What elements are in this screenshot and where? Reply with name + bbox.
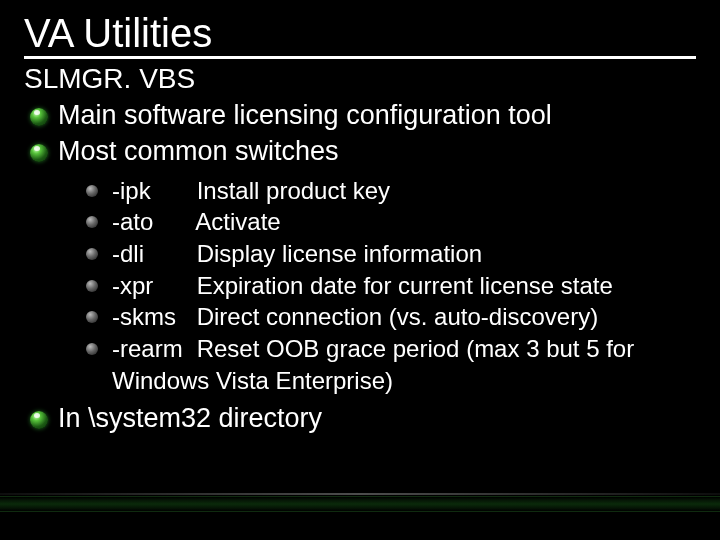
switch-desc: Reset OOB grace period (max 3 but 5 for … [112,335,634,394]
switch-flag: -ato [112,206,190,238]
switch-flag: -rearm [112,333,190,365]
switch-flag: -dli [112,238,190,270]
switch-flag: -xpr [112,270,190,302]
bullet-orb-icon [30,144,48,162]
switch-desc: Direct connection (vs. auto-discovery) [197,303,598,330]
switch-desc: Activate [195,208,280,235]
switch-item: -rearm Reset OOB grace period (max 3 but… [86,333,696,396]
bullet-item: In \system32 directory [24,402,696,436]
switch-desc: Install product key [197,177,390,204]
slide-subtitle: SLMGR. VBS [24,63,696,95]
bullet-dot-icon [86,311,98,323]
switch-flag: -skms [112,301,190,333]
bullet-item: Most common switches [24,135,696,169]
bullet-dot-icon [86,216,98,228]
bullet-dot-icon [86,280,98,292]
slide-title: VA Utilities [24,12,696,59]
footer-decoration [0,496,720,512]
bullet-orb-icon [30,411,48,429]
bullet-dot-icon [86,248,98,260]
switch-desc: Expiration date for current license stat… [197,272,613,299]
switch-item: -ipk Install product key [86,175,696,207]
switch-item: -xpr Expiration date for current license… [86,270,696,302]
switch-desc: Display license information [197,240,482,267]
slide: VA Utilities SLMGR. VBS Main software li… [0,0,720,540]
bullet-list: Main software licensing configuration to… [24,99,696,436]
switch-item: -ato Activate [86,206,696,238]
bullet-text: Main software licensing configuration to… [58,100,552,130]
bullet-orb-icon [30,108,48,126]
switch-list: -ipk Install product key -ato Activate -… [24,175,696,397]
bullet-text: Most common switches [58,136,339,166]
bullet-dot-icon [86,185,98,197]
bullet-dot-icon [86,343,98,355]
bullet-item: Main software licensing configuration to… [24,99,696,133]
switch-item: -skms Direct connection (vs. auto-discov… [86,301,696,333]
switch-flag: -ipk [112,175,190,207]
bullet-text: In \system32 directory [58,403,322,433]
switch-item: -dli Display license information [86,238,696,270]
